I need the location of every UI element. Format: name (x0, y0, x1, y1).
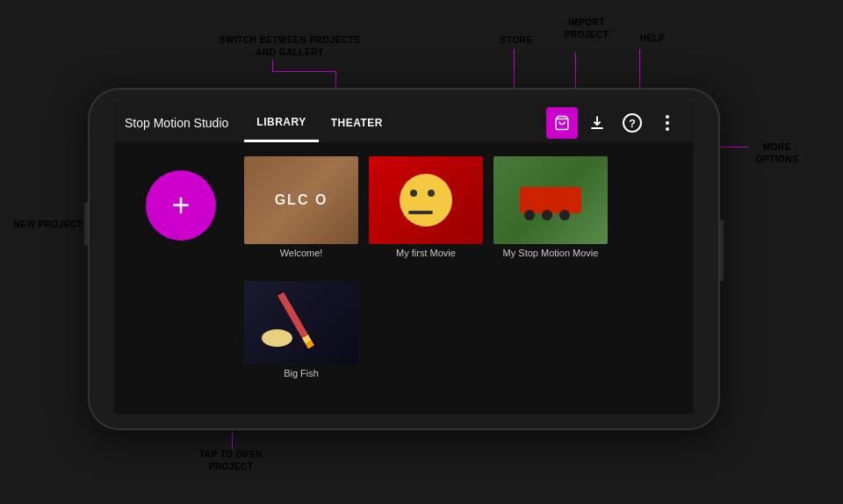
import-button[interactable] (581, 107, 613, 139)
fish-shape (262, 329, 292, 347)
help-circle: ? (623, 113, 642, 133)
new-project-button[interactable]: + (146, 170, 216, 241)
help-annotation: HELP (630, 32, 674, 44)
tab-nav: LIBRARY THEATER (244, 104, 546, 142)
top-bar: Stop Motion Studio LIBRARY THEATER (114, 104, 694, 142)
train-body (520, 187, 581, 213)
new-project-annotation: NEW PROJECT (0, 218, 97, 230)
cart-icon (554, 115, 570, 131)
new-project-cell: + (128, 156, 234, 255)
phone: Stop Motion Studio LIBRARY THEATER (88, 88, 720, 430)
bigfish-label: Big Fish (244, 368, 358, 378)
tab-library[interactable]: LIBRARY (244, 104, 318, 142)
lego-label: My first Movie (369, 248, 483, 258)
train-thumbnail (494, 156, 608, 244)
plus-icon: + (171, 190, 190, 221)
import-annotation: IMPORT PROJECT (551, 16, 622, 41)
more-annotation: MORE OPTIONS (746, 140, 808, 166)
top-actions: ? (546, 107, 683, 139)
download-icon (589, 115, 605, 131)
train-label: My Stop Motion Movie (494, 248, 608, 258)
store-annotation: STORE (490, 33, 543, 46)
tap-annotation: TAP TO OPEN PROJECT (174, 448, 288, 473)
help-button[interactable]: ? (616, 107, 648, 139)
app-title: Stop Motion Studio (125, 116, 228, 130)
project-thumb-bigfish[interactable]: Big Fish (244, 281, 358, 378)
phone-body: Stop Motion Studio LIBRARY THEATER (88, 88, 720, 430)
more-options-button[interactable] (652, 107, 683, 139)
store-button[interactable] (546, 107, 578, 139)
switch-line-v2 (272, 60, 273, 72)
phone-power-btn (720, 220, 724, 281)
phone-screen: Stop Motion Studio LIBRARY THEATER (114, 104, 694, 414)
bigfish-thumbnail (244, 281, 358, 364)
welcome-label: Welcome! (244, 248, 358, 258)
project-thumb-train[interactable]: My Stop Motion Movie (494, 156, 608, 258)
phone-side-btn (84, 202, 88, 246)
switch-annotation: SWITCH BETWEEN PROJECTS AND GALLERY (202, 33, 378, 59)
more-dots-icon (666, 115, 669, 131)
lego-thumbnail (369, 156, 483, 244)
tab-theater[interactable]: THEATER (319, 104, 395, 142)
welcome-thumbnail (244, 156, 358, 244)
lego-face (400, 174, 452, 227)
project-thumb-welcome[interactable]: Welcome! (244, 156, 358, 258)
switch-line-h (272, 71, 335, 72)
project-thumb-lego[interactable]: My first Movie (369, 156, 483, 258)
content-area: + Welcome! My first Movie (114, 142, 694, 400)
